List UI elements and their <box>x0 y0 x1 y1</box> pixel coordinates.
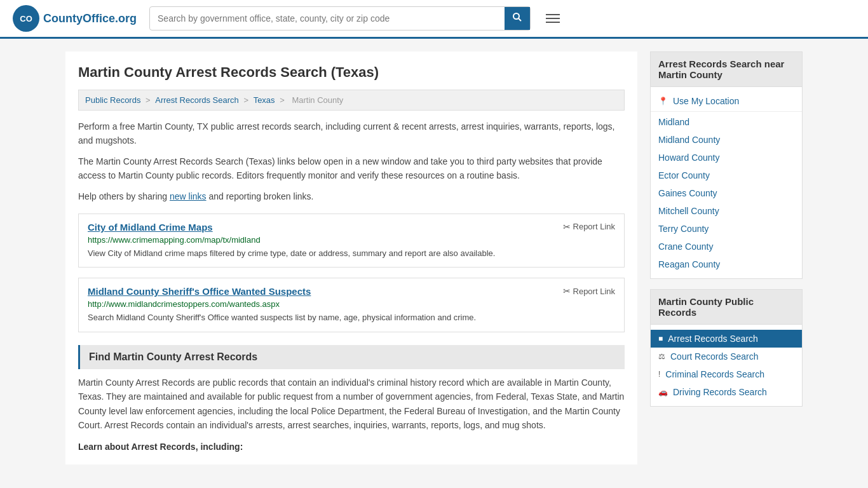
logo-text: CountyOffice.org <box>43 12 137 25</box>
content-area: Martin County Arrest Records Search (Tex… <box>65 51 637 464</box>
record-block-1: City of Midland Crime Maps ✂ Report Link… <box>78 214 625 268</box>
logo[interactable]: CO CountyOffice.org <box>13 5 137 32</box>
sidebar-item-label-arrest-records: Arrest Records Search <box>668 334 758 344</box>
search-button[interactable] <box>505 7 530 30</box>
court-records-icon: ⚖ <box>658 352 665 361</box>
sidebar-item-label-reagan-county: Reagan County <box>658 259 720 269</box>
sidebar-item-terry-county[interactable]: Terry County <box>651 220 802 238</box>
sidebar-item-label-howard-county: Howard County <box>658 152 720 163</box>
sidebar-item-label-midland: Midland <box>658 117 689 127</box>
nearby-items: 📍 Use My Location Midland Midland County… <box>651 87 802 278</box>
sidebar-item-midland-county[interactable]: Midland County <box>651 131 802 149</box>
search-bar <box>149 6 531 30</box>
sidebar-item-midland[interactable]: Midland <box>651 113 802 131</box>
breadcrumb: Public Records > Arrest Records Search >… <box>78 90 625 111</box>
record-desc-1: View City of Midland crime maps filtered… <box>88 247 615 260</box>
report-label-1: Report Link <box>573 222 615 231</box>
sidebar-item-driving-records-search[interactable]: 🚗 Driving Records Search <box>651 383 802 401</box>
nearby-section-title: Arrest Records Search near Martin County <box>651 52 802 87</box>
breadcrumb-sep-1: > <box>146 95 153 105</box>
nearby-section: Arrest Records Search near Martin County… <box>650 51 803 279</box>
report-link-2[interactable]: ✂ Report Link <box>563 286 615 296</box>
svg-line-3 <box>519 18 521 21</box>
sidebar-item-label-criminal-records: Criminal Records Search <box>665 369 764 379</box>
record-desc-2: Search Midland County Sheriff's Office w… <box>88 311 615 324</box>
logo-icon: CO <box>13 5 39 32</box>
find-section-header: Find Martin County Arrest Records <box>78 345 625 369</box>
new-links-link[interactable]: new links <box>170 191 207 201</box>
sidebar-item-label-gaines-county: Gaines County <box>658 188 717 198</box>
menu-bar-2 <box>546 18 560 19</box>
report-icon-1: ✂ <box>563 222 571 232</box>
sidebar-item-reagan-county[interactable]: Reagan County <box>651 255 802 273</box>
location-icon: 📍 <box>658 97 668 105</box>
criminal-records-icon: ! <box>658 370 660 379</box>
sidebar-item-label-court-records: Court Records Search <box>670 351 759 362</box>
find-section-text: Martin County Arrest Records are public … <box>78 376 625 433</box>
sidebar-item-mitchell-county[interactable]: Mitchell County <box>651 202 802 220</box>
header: CO CountyOffice.org <box>0 0 868 39</box>
sidebar-item-label-ector-county: Ector County <box>658 170 710 180</box>
record-url-1[interactable]: https://www.crimemapping.com/map/tx/midl… <box>88 235 615 245</box>
main-container: Martin County Arrest Records Search (Tex… <box>53 39 815 477</box>
report-link-1[interactable]: ✂ Report Link <box>563 222 615 232</box>
breadcrumb-arrest-records[interactable]: Arrest Records Search <box>155 95 239 105</box>
report-icon-2: ✂ <box>563 286 571 296</box>
sidebar-item-court-records-search[interactable]: ⚖ Court Records Search <box>651 348 802 365</box>
sidebar-item-howard-county[interactable]: Howard County <box>651 149 802 166</box>
public-records-items: ■ Arrest Records Search ⚖ Court Records … <box>651 325 802 406</box>
record-title-1[interactable]: City of Midland Crime Maps <box>88 222 213 233</box>
sidebar-item-ector-county[interactable]: Ector County <box>651 166 802 184</box>
svg-point-2 <box>513 13 519 19</box>
svg-text:CO: CO <box>20 14 32 24</box>
sidebar-item-arrest-records-search[interactable]: ■ Arrest Records Search <box>651 330 802 348</box>
search-input[interactable] <box>150 8 505 29</box>
breadcrumb-martin-county: Martin County <box>292 95 343 105</box>
description-1: Perform a free Martin County, TX public … <box>78 119 625 148</box>
public-records-section: Martin County Public Records ■ Arrest Re… <box>650 289 803 407</box>
page-title: Martin County Arrest Records Search (Tex… <box>78 64 625 81</box>
report-label-2: Report Link <box>573 287 615 296</box>
menu-button[interactable] <box>543 11 562 25</box>
sidebar-item-label-crane-county: Crane County <box>658 241 713 252</box>
sidebar-item-label-driving-records: Driving Records Search <box>673 387 767 397</box>
breadcrumb-texas[interactable]: Texas <box>254 95 275 105</box>
learn-about-label: Learn about Arrest Records, including: <box>78 442 625 452</box>
record-title-2[interactable]: Midland County Sheriff's Office Wanted S… <box>88 286 311 297</box>
description-3: Help others by sharing new links and rep… <box>78 189 625 203</box>
record-url-2[interactable]: http://www.midlandcrimestoppers.com/want… <box>88 299 615 309</box>
sidebar-item-gaines-county[interactable]: Gaines County <box>651 184 802 202</box>
sidebar-item-use-location[interactable]: 📍 Use My Location <box>651 92 802 110</box>
sidebar-item-label-mitchell-county: Mitchell County <box>658 206 719 216</box>
arrest-records-icon: ■ <box>658 334 663 343</box>
breadcrumb-sep-3: > <box>280 95 287 105</box>
menu-bar-1 <box>546 14 560 15</box>
public-records-section-title: Martin County Public Records <box>651 290 802 325</box>
breadcrumb-public-records[interactable]: Public Records <box>85 95 140 105</box>
sidebar-item-label-terry-county: Terry County <box>658 224 709 234</box>
sidebar-item-crane-county[interactable]: Crane County <box>651 238 802 255</box>
driving-records-icon: 🚗 <box>658 388 668 396</box>
find-section-title: Find Martin County Arrest Records <box>89 351 616 363</box>
record-header-2: Midland County Sheriff's Office Wanted S… <box>88 286 615 297</box>
sidebar: Arrest Records Search near Martin County… <box>650 51 803 464</box>
description-2: The Martin County Arrest Records Search … <box>78 154 625 183</box>
sidebar-item-criminal-records-search[interactable]: ! Criminal Records Search <box>651 365 802 383</box>
record-header-1: City of Midland Crime Maps ✂ Report Link <box>88 222 615 233</box>
record-block-2: Midland County Sheriff's Office Wanted S… <box>78 278 625 332</box>
sidebar-item-label-use-location: Use My Location <box>673 96 739 106</box>
sidebar-item-label-midland-county: Midland County <box>658 135 720 145</box>
breadcrumb-sep-2: > <box>243 95 250 105</box>
menu-bar-3 <box>546 22 560 23</box>
